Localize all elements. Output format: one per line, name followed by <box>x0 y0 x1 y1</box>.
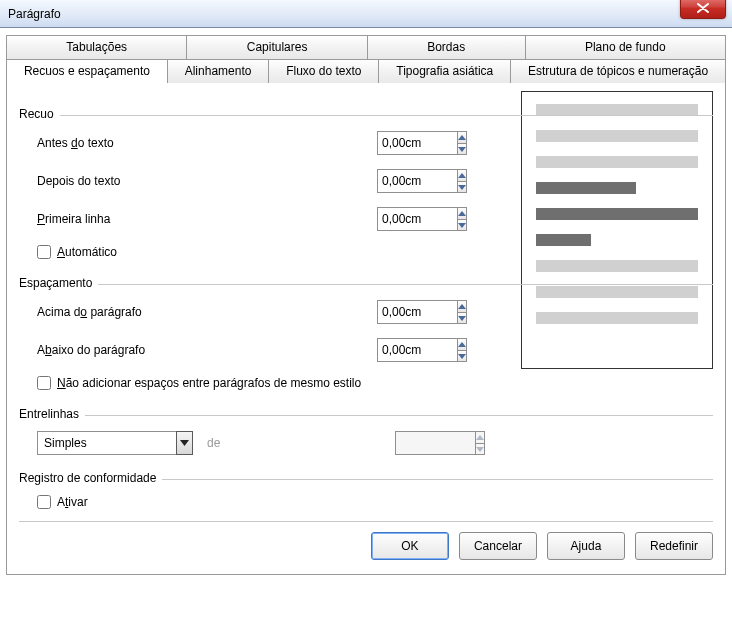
spin-down <box>475 443 485 455</box>
group-entrelinhas: Entrelinhas de <box>19 407 713 457</box>
tab-fluxo-do-texto[interactable]: Fluxo do texto <box>269 59 379 83</box>
group-recuo: Recuo Antes do texto Depois do <box>19 107 713 262</box>
input-abaixo-paragrafo[interactable] <box>377 338 457 362</box>
tab-alinhamento[interactable]: Alinhamento <box>168 59 269 83</box>
checkbox-nao-adicionar-input[interactable] <box>37 376 51 390</box>
spin-down[interactable] <box>457 143 467 155</box>
help-button[interactable]: Ajuda <box>547 532 625 560</box>
tabstrip: Tabulações Capitulares Bordas Plano de f… <box>6 35 726 83</box>
group-espacamento: Espaçamento Acima do parágrafo <box>19 276 713 393</box>
row-automatico: Automático <box>37 243 713 262</box>
spin-depois-texto[interactable] <box>377 169 467 193</box>
ok-button[interactable]: OK <box>371 532 449 560</box>
tab-panel: Recuo Antes do texto Depois do <box>6 83 726 575</box>
tab-recuos-espacamento[interactable]: Recuos e espaçamento <box>6 59 168 83</box>
spin-down[interactable] <box>457 219 467 231</box>
checkbox-automatico-label: Automático <box>57 245 117 259</box>
checkbox-nao-adicionar[interactable]: Não adicionar espaços entre parágrafos d… <box>37 376 361 390</box>
label-acima-paragrafo: Acima do parágrafo <box>37 305 377 319</box>
spin-down[interactable] <box>457 350 467 362</box>
spin-down[interactable] <box>457 312 467 324</box>
spin-antes-texto[interactable] <box>377 131 467 155</box>
group-entrelinhas-legend: Entrelinhas <box>19 407 85 421</box>
combo-entrelinhas[interactable] <box>37 431 193 455</box>
dialog-content: Tabulações Capitulares Bordas Plano de f… <box>0 28 732 581</box>
tab-estrutura-topicos[interactable]: Estrutura de tópicos e numeração <box>511 59 726 83</box>
chevron-down-icon <box>180 440 189 446</box>
label-antes-texto: Antes do texto <box>37 136 377 150</box>
row-entrelinhas: de <box>37 429 713 457</box>
spin-up[interactable] <box>457 300 467 312</box>
input-depois-texto[interactable] <box>377 169 457 193</box>
tab-tabulacoes[interactable]: Tabulações <box>6 35 187 59</box>
spin-up[interactable] <box>457 338 467 350</box>
group-recuo-legend: Recuo <box>19 107 60 121</box>
tab-row-top: Tabulações Capitulares Bordas Plano de f… <box>6 35 726 59</box>
group-registro: Registro de conformidade Ativar <box>19 471 713 512</box>
tab-tipografia-asiatica[interactable]: Tipografia asiática <box>379 59 511 83</box>
checkbox-ativar[interactable]: Ativar <box>37 495 88 509</box>
titlebar: Parágrafo <box>0 0 732 28</box>
spin-entrelinhas-de <box>395 431 485 455</box>
spin-up <box>475 431 485 443</box>
spin-abaixo-paragrafo[interactable] <box>377 338 467 362</box>
reset-button[interactable]: Redefinir <box>635 532 713 560</box>
tab-row-bottom: Recuos e espaçamento Alinhamento Fluxo d… <box>6 59 726 83</box>
input-antes-texto[interactable] <box>377 131 457 155</box>
spin-up[interactable] <box>457 169 467 181</box>
dialog-buttons: OK Cancelar Ajuda Redefinir <box>371 532 713 560</box>
spin-up[interactable] <box>457 207 467 219</box>
row-depois-texto: Depois do texto <box>37 167 713 195</box>
checkbox-automatico-input[interactable] <box>37 245 51 259</box>
row-ativar: Ativar <box>37 493 713 512</box>
combo-entrelinhas-input[interactable] <box>37 431 176 455</box>
label-abaixo-paragrafo: Abaixo do parágrafo <box>37 343 377 357</box>
row-abaixo-paragrafo: Abaixo do parágrafo <box>37 336 713 364</box>
input-primeira-linha[interactable] <box>377 207 457 231</box>
tab-plano-de-fundo[interactable]: Plano de fundo <box>526 35 726 59</box>
spin-acima-paragrafo[interactable] <box>377 300 467 324</box>
row-acima-paragrafo: Acima do parágrafo <box>37 298 713 326</box>
checkbox-ativar-label: Ativar <box>57 495 88 509</box>
row-primeira-linha: Primeira linha <box>37 205 713 233</box>
checkbox-nao-adicionar-label: Não adicionar espaços entre parágrafos d… <box>57 376 361 390</box>
close-button[interactable] <box>680 0 726 19</box>
group-espacamento-legend: Espaçamento <box>19 276 98 290</box>
label-de: de <box>207 436 220 450</box>
group-registro-legend: Registro de conformidade <box>19 471 162 485</box>
row-nao-adicionar: Não adicionar espaços entre parágrafos d… <box>37 374 713 393</box>
label-primeira-linha: Primeira linha <box>37 212 377 226</box>
row-antes-texto: Antes do texto <box>37 129 713 157</box>
cancel-button[interactable]: Cancelar <box>459 532 537 560</box>
button-divider <box>19 521 713 522</box>
label-depois-texto: Depois do texto <box>37 174 377 188</box>
tab-bordas[interactable]: Bordas <box>368 35 526 59</box>
spin-down[interactable] <box>457 181 467 193</box>
spin-up[interactable] <box>457 131 467 143</box>
input-acima-paragrafo[interactable] <box>377 300 457 324</box>
combo-entrelinhas-button[interactable] <box>176 431 193 455</box>
close-icon <box>697 3 709 13</box>
input-entrelinhas-de <box>395 431 475 455</box>
spin-primeira-linha[interactable] <box>377 207 467 231</box>
checkbox-automatico[interactable]: Automático <box>37 245 117 259</box>
window-title: Parágrafo <box>8 7 61 21</box>
tab-capitulares[interactable]: Capitulares <box>187 35 367 59</box>
checkbox-ativar-input[interactable] <box>37 495 51 509</box>
